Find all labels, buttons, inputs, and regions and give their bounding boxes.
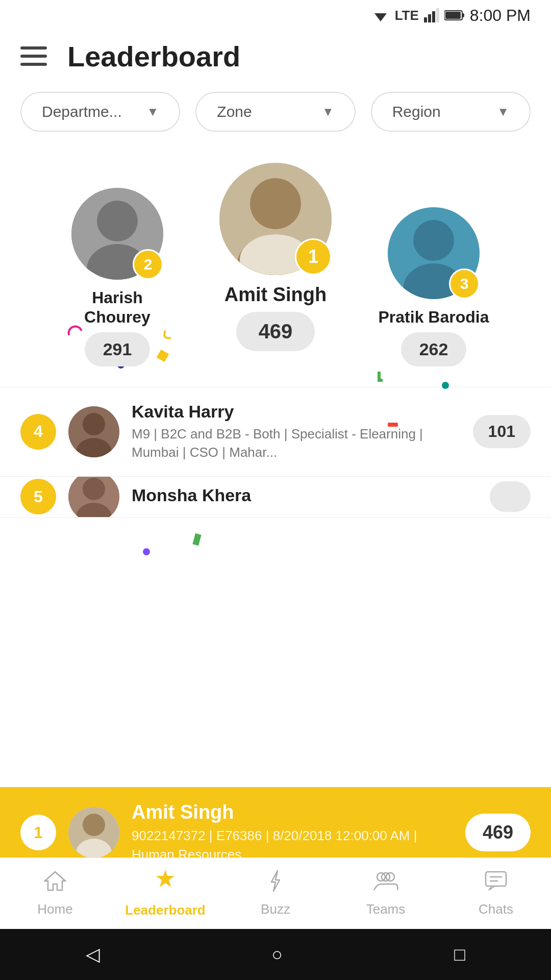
nav-teams-label: Teams [366,901,406,917]
svg-marker-29 [156,870,174,887]
avatar-wrap-rank2: 2 [71,188,163,280]
list-name-5: Monsha Khera [132,485,478,505]
list-avatar-4 [68,406,119,457]
banner-info: Amit Singh 9022147372 | E76386 | 8/20/20… [132,801,453,864]
svg-rect-4 [432,11,435,22]
banner-rank-badge: 1 [20,815,56,850]
svg-point-17 [413,220,454,261]
department-filter[interactable]: Departme... ▼ [20,92,180,132]
podium-score-rank3: 262 [401,332,467,366]
nav-home-label: Home [37,901,72,917]
banner-name: Amit Singh [132,801,453,823]
nav-leaderboard-label: Leaderboard [125,902,206,918]
status-bar: LTE 8:00 PM [0,0,551,31]
nav-buzz[interactable]: Buzz [220,870,331,917]
svg-rect-7 [462,13,464,17]
svg-point-13 [250,178,301,229]
list-detail-4: M9 | B2C and B2B - Both | Specialist - E… [132,425,461,462]
list-section: 4 Kavita Harry M9 | B2C and B2B - Both |… [0,387,551,518]
bottom-nav: Home Leaderboard Buzz [0,857,551,929]
chevron-down-icon: ▼ [147,105,159,119]
list-rank-badge-5: 5 [20,479,56,514]
podium-name-rank3: Pratik Barodia [379,307,489,327]
status-icons: LTE 8:00 PM [371,6,531,25]
podium-item-rank2[interactable]: 2 HarishChourey 291 [46,188,189,366]
svg-rect-8 [445,12,461,19]
podium-section: 2 HarishChourey 291 1 Amit Singh 469 [0,147,551,387]
home-icon [44,870,66,897]
region-filter[interactable]: Region ▼ [371,92,531,132]
recent-apps-button[interactable]: □ [454,944,465,965]
svg-rect-34 [486,872,506,886]
banner-avatar [68,807,119,858]
chevron-down-icon: ▼ [497,105,509,119]
filter-row: Departme... ▼ Zone ▼ Region ▼ [0,82,551,147]
list-item[interactable]: 5 Monsha Khera [0,477,551,518]
list-info-4: Kavita Harry M9 | B2C and B2B - Both | S… [132,402,461,462]
podium-item-rank1[interactable]: 1 Amit Singh 469 [199,163,352,351]
rank-badge-2: 2 [133,249,163,280]
avatar-wrap-rank1: 1 [219,163,332,275]
home-system-button[interactable]: ○ [271,944,283,965]
svg-rect-5 [436,8,439,22]
nav-chats-label: Chats [479,901,513,917]
lte-icon: LTE [395,8,419,23]
menu-button[interactable] [20,46,47,66]
podium-name-rank2: HarishChourey [84,288,151,327]
status-time: 8:00 PM [470,6,531,25]
list-score-5 [490,481,531,512]
signal-icon [424,8,439,22]
page-title: Leaderboard [67,40,240,73]
nav-teams[interactable]: Teams [331,870,441,917]
leaderboard-icon [154,869,177,898]
back-button[interactable]: ◁ [86,944,100,965]
svg-point-26 [83,814,105,836]
list-score-4: 101 [473,415,531,448]
list-avatar-image-5 [68,477,119,518]
list-item[interactable]: 4 Kavita Harry M9 | B2C and B2B - Both |… [0,387,551,477]
buzz-icon [264,870,287,897]
battery-icon [444,10,465,21]
podium-name-rank1: Amit Singh [224,283,327,307]
chevron-down-icon: ▼ [322,105,334,119]
svg-rect-2 [424,17,427,22]
list-rank-badge-4: 4 [20,414,56,450]
list-info-5: Monsha Khera [132,485,478,508]
chats-icon [485,870,507,897]
list-avatar-5 [68,477,119,518]
podium-item-rank3[interactable]: 3 Pratik Barodia 262 [362,207,505,366]
svg-point-10 [97,201,138,241]
svg-point-23 [83,478,105,500]
list-name-4: Kavita Harry [132,402,461,422]
system-nav: ◁ ○ □ [0,929,551,980]
podium-score-rank2: 291 [85,332,151,366]
banner-avatar-image [68,807,119,858]
svg-marker-28 [45,872,65,890]
wifi-icon [371,8,390,22]
nav-buzz-label: Buzz [261,901,290,917]
list-avatar-image-4 [68,406,119,457]
nav-chats[interactable]: Chats [441,870,551,917]
header: Leaderboard [0,31,551,82]
avatar-wrap-rank3: 3 [388,207,480,299]
svg-marker-30 [271,871,280,891]
zone-filter[interactable]: Zone ▼ [195,92,355,132]
rank-badge-3: 3 [449,268,480,299]
nav-leaderboard[interactable]: Leaderboard [110,869,220,918]
svg-point-20 [83,413,105,435]
podium-score-rank1: 469 [236,312,315,351]
nav-home[interactable]: Home [0,870,110,917]
svg-marker-0 [374,13,387,21]
teams-icon [373,870,398,897]
svg-rect-3 [428,14,431,22]
banner-score: 469 [465,814,531,851]
rank-badge-1: 1 [295,238,332,275]
